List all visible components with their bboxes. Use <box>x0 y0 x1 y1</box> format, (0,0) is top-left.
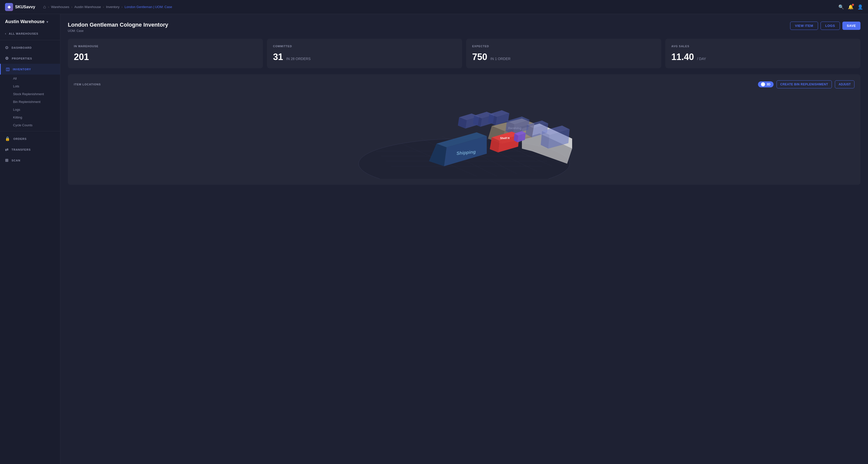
locations-header: ITEM LOCATIONS 3D CREATE BIN REPLENISHME… <box>74 80 855 88</box>
sidebar-item-scan[interactable]: ⊞ SCAN <box>0 155 60 166</box>
sidebar-sub-kitting[interactable]: Kitting <box>13 114 60 121</box>
stat-card-avg-sales: AVG SALES 11.40 / DAY <box>665 39 861 68</box>
stats-grid: IN WAREHOUSE 201 COMMITTED 31 IN 28 ORDE… <box>68 39 861 68</box>
adjust-button[interactable]: ADJUST <box>835 80 855 88</box>
sidebar-label-orders: ORDERS <box>13 137 27 141</box>
toggle-3d-button[interactable]: 3D <box>758 81 773 87</box>
page-actions: VIEW ITEM LOGS SAVE <box>790 22 861 30</box>
breadcrumb-warehouses[interactable]: Warehouses <box>51 5 69 9</box>
inventory-sub-menu: All Lots Stock Replenishment Bin Repleni… <box>0 74 60 129</box>
create-bin-replenishment-button[interactable]: CREATE BIN REPLENISHMENT <box>777 80 832 88</box>
toggle-3d-circle <box>761 82 765 86</box>
stat-number-committed: 31 <box>273 52 283 62</box>
scan-icon: ⊞ <box>5 158 8 163</box>
sidebar-sub-all[interactable]: All <box>13 74 60 82</box>
breadcrumb-austin-warehouse[interactable]: Austin Warehouse <box>74 5 101 9</box>
app-logo[interactable]: ◈ SKUSavvy <box>5 3 35 11</box>
sidebar-sub-bin-replenishment[interactable]: Bin Replenishment <box>13 98 60 106</box>
logs-button[interactable]: LOGS <box>820 22 840 30</box>
sidebar-divider-2 <box>0 131 60 131</box>
page-title-area: London Gentleman Cologne Inventory UOM: … <box>68 22 168 33</box>
sidebar-item-properties[interactable]: ⚙ PROPERTIES <box>0 53 60 64</box>
sidebar-sub-cycle-counts[interactable]: Cycle Counts <box>13 121 60 129</box>
sidebar-sub-stock-replenishment[interactable]: Stock Replenishment <box>13 90 60 98</box>
sidebar-item-dashboard[interactable]: ⊙ DASHBOARD <box>0 42 60 53</box>
view-item-button[interactable]: VIEW ITEM <box>790 22 818 30</box>
back-icon: ‹ <box>5 32 6 35</box>
sidebar-item-orders[interactable]: 🔒 ORDERS <box>0 133 60 144</box>
inventory-icon: ◫ <box>6 67 10 71</box>
stat-number-expected: 750 <box>472 52 487 62</box>
main-layout: Austin Warehouse ▾ ‹ ALL WAREHOUSES ⊙ DA… <box>0 14 868 464</box>
sidebar-label-inventory: INVENTORY <box>13 68 31 71</box>
locations-actions: 3D CREATE BIN REPLENISHMENT ADJUST <box>758 80 855 88</box>
page-title: London Gentleman Cologne Inventory <box>68 22 168 28</box>
stat-number-avg-sales: 11.40 <box>671 52 694 62</box>
all-warehouses-link[interactable]: ‹ ALL WAREHOUSES <box>0 29 60 38</box>
sidebar-item-inventory[interactable]: ◫ INVENTORY <box>0 64 60 74</box>
sidebar-sub-lots[interactable]: Lots <box>13 82 60 90</box>
sidebar-label-properties: PROPERTIES <box>12 57 32 60</box>
warehouse-svg: Shipping Receiving <box>351 93 577 179</box>
properties-icon: ⚙ <box>5 56 9 61</box>
page-header: London Gentleman Cologne Inventory UOM: … <box>68 22 861 33</box>
stat-value-avg-sales: 11.40 / DAY <box>671 52 855 62</box>
warehouse-3d-view: Shipping Receiving <box>74 93 855 179</box>
stat-value-in-warehouse: 201 <box>74 52 257 62</box>
stat-value-expected: 750 IN 1 ORDER <box>472 52 655 62</box>
locations-card: ITEM LOCATIONS 3D CREATE BIN REPLENISHME… <box>68 74 861 185</box>
toggle-3d-label: 3D <box>767 83 770 86</box>
stat-number-in-warehouse: 201 <box>74 52 89 62</box>
stat-card-in-warehouse: IN WAREHOUSE 201 <box>68 39 263 68</box>
topnav-right: 🔍 🔔 👤 <box>838 4 863 10</box>
page-subtitle: UOM: Case <box>68 29 168 33</box>
search-icon[interactable]: 🔍 <box>838 4 844 10</box>
transfers-icon: ⇄ <box>5 147 8 152</box>
stat-label-avg-sales: AVG SALES <box>671 45 855 48</box>
warehouse-selector[interactable]: Austin Warehouse ▾ <box>0 19 60 29</box>
app-name: SKUSavvy <box>15 5 35 9</box>
dashboard-icon: ⊙ <box>5 45 8 50</box>
stat-card-committed: COMMITTED 31 IN 28 ORDERS <box>267 39 462 68</box>
stat-sub-committed: IN 28 ORDERS <box>286 57 311 61</box>
stat-label-in-warehouse: IN WAREHOUSE <box>74 45 257 48</box>
save-button[interactable]: SAVE <box>842 22 861 30</box>
stat-value-committed: 31 IN 28 ORDERS <box>273 52 456 62</box>
sidebar-label-scan: SCAN <box>11 159 20 162</box>
sidebar: Austin Warehouse ▾ ‹ ALL WAREHOUSES ⊙ DA… <box>0 14 60 464</box>
notifications-icon[interactable]: 🔔 <box>848 4 854 10</box>
sidebar-item-transfers[interactable]: ⇄ TRANSFERS <box>0 144 60 155</box>
breadcrumb-inventory[interactable]: Inventory <box>106 5 119 9</box>
profile-icon[interactable]: 👤 <box>858 4 863 10</box>
stat-sub-avg-sales: / DAY <box>697 57 706 61</box>
stat-card-expected: EXPECTED 750 IN 1 ORDER <box>466 39 661 68</box>
sidebar-sub-logs[interactable]: Logs <box>13 106 60 114</box>
top-navigation: ◈ SKUSavvy ⌂ › Warehouses › Austin Wareh… <box>0 0 868 14</box>
orders-icon: 🔒 <box>5 136 10 141</box>
stat-label-expected: EXPECTED <box>472 45 655 48</box>
notification-badge <box>852 4 854 6</box>
sidebar-label-transfers: TRANSFERS <box>11 148 31 151</box>
logo-icon: ◈ <box>5 3 13 11</box>
shelf-h-label: Shelf H <box>500 136 509 140</box>
stat-label-committed: COMMITTED <box>273 45 456 48</box>
sidebar-divider-1 <box>0 40 60 40</box>
locations-title: ITEM LOCATIONS <box>74 83 101 86</box>
breadcrumb-current: London Gentleman | UOM: Case <box>125 5 172 9</box>
warehouse-name: Austin Warehouse <box>5 19 44 24</box>
warehouse-chevron-icon: ▾ <box>46 20 48 24</box>
stat-sub-expected: IN 1 ORDER <box>491 57 510 61</box>
sidebar-label-dashboard: DASHBOARD <box>11 46 32 49</box>
main-content: London Gentleman Cologne Inventory UOM: … <box>60 14 868 464</box>
breadcrumb: ⌂ › Warehouses › Austin Warehouse › Inve… <box>43 4 172 9</box>
all-warehouses-label: ALL WAREHOUSES <box>9 32 38 35</box>
home-icon[interactable]: ⌂ <box>43 4 46 9</box>
